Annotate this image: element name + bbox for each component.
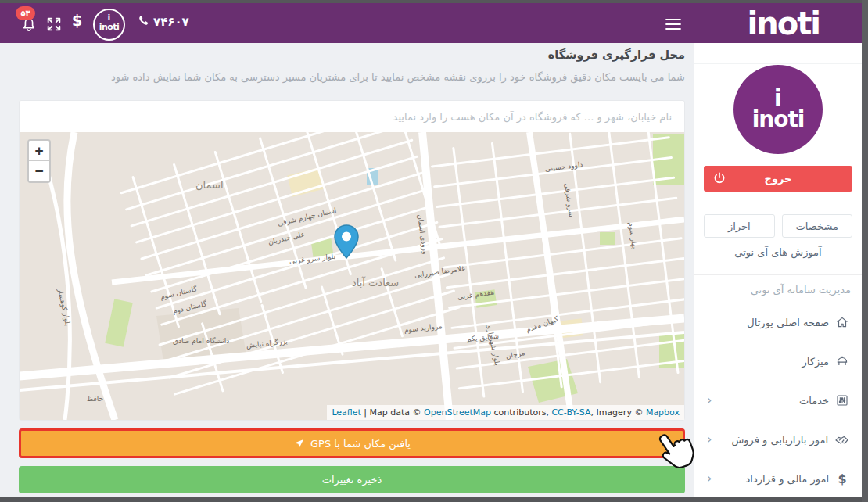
window-frame-right <box>862 0 868 502</box>
logo-text: inoti <box>752 109 805 131</box>
mapbox-link[interactable]: Mapbox <box>646 407 680 418</box>
gps-button-label: یافتن مکان شما با GPS <box>310 438 411 450</box>
chevron-left-icon: ‹ <box>707 472 712 485</box>
logout-button[interactable]: خروج <box>704 166 852 192</box>
save-changes-button[interactable]: ذخیره تغییرات <box>19 466 685 493</box>
desk-icon <box>835 354 849 368</box>
mini-logo-text: inoti <box>95 23 124 31</box>
home-icon <box>835 315 849 329</box>
handshake-icon <box>834 432 849 447</box>
chevron-left-icon: ‹ <box>707 433 712 446</box>
sidebar-tabs: مشخصات احراز <box>704 214 852 238</box>
sidebar-menu: صفحه اصلی پورتال میزکار <box>694 303 862 498</box>
chevron-left-icon: ‹ <box>707 394 712 407</box>
phone-contact[interactable]: ۷۴۶۰۷ <box>136 14 189 29</box>
menu-toggle-button[interactable] <box>665 18 682 34</box>
zoom-out-button[interactable]: − <box>29 161 49 181</box>
osm-link[interactable]: OpenStreetMap <box>424 407 491 418</box>
address-search-input[interactable] <box>20 101 684 132</box>
leaflet-link[interactable]: Leaflet <box>332 407 360 418</box>
leaflet-map[interactable]: اسمانسعادت آبادبلوار سرو غربیاسمان چهارم… <box>20 132 684 420</box>
sidebar-item-marketing-sales[interactable]: امور بازاریابی و فروش ‹ <box>694 420 862 459</box>
currency-button[interactable]: $ <box>72 12 82 29</box>
sidebar-item-label: امور مالی و قرارداد <box>746 473 829 485</box>
sidebar-item-label: صفحه اصلی پورتال <box>747 317 829 328</box>
map-zoom-control: + − <box>27 139 51 183</box>
fullscreen-button[interactable] <box>45 16 63 36</box>
inoti-logo: i inoti <box>733 65 823 154</box>
window-frame-top <box>0 0 868 3</box>
inoti-mini-logo[interactable]: i inoti <box>93 9 125 41</box>
phone-number: ۷۴۶۰۷ <box>153 15 189 29</box>
tab-authentication[interactable]: احراز <box>704 214 775 238</box>
notification-badge: ۵۳ <box>16 6 35 20</box>
phone-icon <box>136 14 151 29</box>
inoti-wordmark[interactable]: inoti <box>748 5 820 42</box>
sliders-icon <box>835 393 849 407</box>
sidebar-item-services[interactable]: خدمات ‹ <box>694 381 862 420</box>
fullscreen-icon <box>45 16 63 33</box>
attrib-text: contributors, <box>491 407 551 418</box>
sidebar-item-finance-contracts[interactable]: $ امور مالی و قرارداد ‹ <box>694 459 862 498</box>
map-attribution: Leaflet | Map data © OpenStreetMap contr… <box>327 405 684 420</box>
hamburger-icon <box>665 18 682 30</box>
sidebar-item-label: خدمات <box>799 395 829 407</box>
attrib-text: , Imagery © <box>590 407 645 418</box>
tab-details[interactable]: مشخصات <box>782 214 853 238</box>
page-title: محل قرارگیری فروشگاه <box>548 48 685 61</box>
sidebar-item-portal-home[interactable]: صفحه اصلی پورتال <box>694 303 862 342</box>
navigation-arrow-icon <box>293 438 305 450</box>
sidebar-item-label: امور بازاریابی و فروش <box>731 434 828 446</box>
sidebar: i inoti خروج مشخصات احراز آموزش های آی ن… <box>694 43 862 497</box>
sidebar-section-title: مدیریت سامانه آی نوتی <box>751 284 851 296</box>
find-location-gps-button[interactable]: یافتن مکان شما با GPS <box>19 428 685 458</box>
sidebar-item-workdesk[interactable]: میزکار <box>694 342 862 381</box>
top-bar: ۵۳ $ i inoti ۷۴۶۰۷ <box>0 3 862 43</box>
logout-label: خروج <box>765 173 792 185</box>
power-icon <box>712 171 726 185</box>
tutorials-link[interactable]: آموزش های آی نوتی <box>694 246 862 258</box>
map-marker-icon[interactable] <box>333 224 360 259</box>
map-card: اسمانسعادت آبادبلوار سرو غربیاسمان چهارم… <box>19 100 685 421</box>
page: ۵۳ $ i inoti ۷۴۶۰۷ <box>0 0 868 502</box>
license-link[interactable]: CC-BY-SA <box>551 407 590 418</box>
map-tiles <box>20 132 684 420</box>
page-subtitle: شما می بایست مکان دقیق فروشگاه خود را بر… <box>111 71 685 83</box>
window-frame-bottom <box>0 497 868 502</box>
sidebar-divider <box>694 274 862 275</box>
sidebar-top-divider <box>694 63 862 64</box>
attrib-text: | Map data © <box>361 407 424 418</box>
zoom-in-button[interactable]: + <box>29 141 49 161</box>
dollar-icon: $ <box>835 472 849 486</box>
sidebar-item-label: میزکار <box>802 356 830 368</box>
